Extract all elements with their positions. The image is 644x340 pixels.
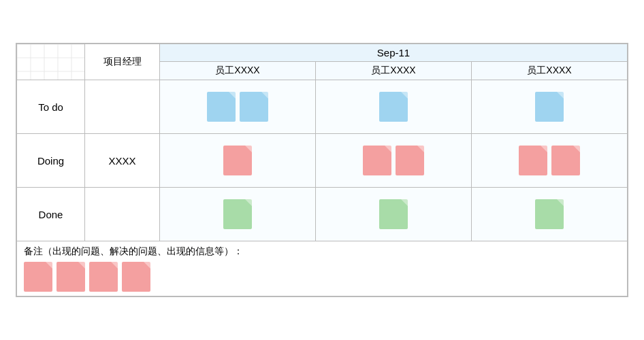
sticky-green-0 — [223, 199, 252, 229]
date-label: Sep-11 — [377, 47, 410, 58]
sticky-pink-1 — [396, 146, 424, 175]
pm-cell-2 — [85, 188, 160, 241]
notes-sticky-1 — [57, 262, 85, 292]
employee-col-3: 员工XXXX — [472, 62, 628, 80]
sticky-notes-r0-c0 — [163, 83, 312, 131]
employee-col-1: 员工XXXX — [160, 62, 316, 80]
notes-row: 备注（出现的问题、解决的问题、出现的信息等）： — [17, 241, 628, 296]
sticky-blue-0 — [379, 92, 408, 122]
row-label-1: Doing — [17, 134, 85, 188]
notes-sticky-3 — [122, 262, 150, 292]
sticky-notes-r2-c0 — [163, 190, 312, 238]
pm-cell-0 — [85, 80, 160, 134]
task-cell-r0-c1 — [316, 80, 472, 134]
sticky-pink-0 — [223, 146, 252, 175]
row-label-2: Done — [17, 188, 85, 241]
sticky-blue-0 — [535, 92, 564, 122]
sticky-notes-r0-c1 — [319, 83, 468, 131]
date-header: Sep-11 — [160, 44, 628, 62]
kanban-container: 项目经理 Sep-11 员工XXXX 员工XXXX 员工XXXX To d — [16, 43, 628, 297]
task-cell-r1-c2 — [472, 134, 628, 188]
kanban-row-to-do: To do — [17, 80, 628, 134]
sticky-notes-r1-c0 — [163, 137, 312, 184]
sticky-green-0 — [379, 199, 408, 229]
sticky-blue-1 — [240, 92, 268, 122]
sticky-pink-1 — [551, 146, 580, 175]
sticky-notes-r1-c2 — [474, 137, 624, 184]
pm-header-label: 项目经理 — [103, 56, 142, 67]
notes-cell: 备注（出现的问题、解决的问题、出现的信息等）： — [17, 241, 628, 296]
notes-label: 备注（出现的问题、解决的问题、出现的信息等）： — [24, 245, 620, 258]
sticky-notes-r1-c1 — [319, 137, 468, 184]
notes-sticky-2 — [89, 262, 118, 292]
sticky-pink-0 — [363, 146, 391, 175]
sticky-notes-r2-c2 — [474, 190, 624, 238]
sticky-blue-0 — [207, 92, 236, 122]
task-cell-r2-c0 — [160, 188, 316, 241]
kanban-row-done: Done — [17, 188, 628, 241]
sticky-pink-0 — [519, 146, 547, 175]
kanban-table: 项目经理 Sep-11 员工XXXX 员工XXXX 员工XXXX To d — [16, 44, 628, 296]
task-cell-r0-c0 — [160, 80, 316, 134]
task-cell-r0-c2 — [472, 80, 628, 134]
sticky-notes-r0-c2 — [474, 83, 624, 131]
pm-header: 项目经理 — [85, 44, 160, 80]
sticky-green-0 — [535, 199, 564, 229]
status-header — [17, 44, 85, 80]
notes-stickies — [24, 262, 620, 292]
task-cell-r1-c1 — [316, 134, 472, 188]
kanban-row-doing: DoingXXXX — [17, 134, 628, 188]
pm-cell-1: XXXX — [85, 134, 160, 188]
task-cell-r1-c0 — [160, 134, 316, 188]
task-cell-r2-c2 — [472, 188, 628, 241]
task-cell-r2-c1 — [316, 188, 472, 241]
employee-col-2: 员工XXXX — [316, 62, 472, 80]
notes-sticky-0 — [24, 262, 52, 292]
row-label-0: To do — [17, 80, 85, 134]
sticky-notes-r2-c1 — [319, 190, 468, 238]
